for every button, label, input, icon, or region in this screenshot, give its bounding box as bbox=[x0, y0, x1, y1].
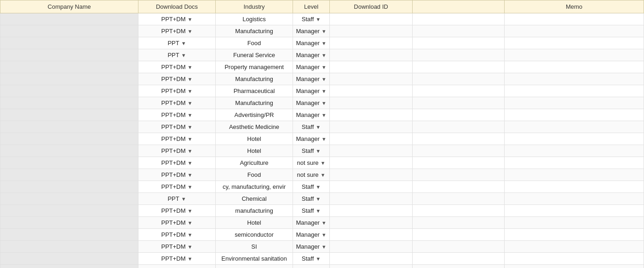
dropdown-arrow-icon[interactable]: ▼ bbox=[188, 232, 193, 238]
cell-download-docs[interactable]: PPT+DM▼ bbox=[138, 109, 216, 121]
cell-download-id bbox=[330, 169, 413, 181]
dropdown-arrow-icon[interactable]: ▼ bbox=[188, 17, 193, 22]
level-dropdown-arrow-icon[interactable]: ▼ bbox=[316, 124, 321, 130]
dropdown-arrow-icon[interactable]: ▼ bbox=[188, 64, 193, 70]
cell-download-docs[interactable]: PPT+DM▼ bbox=[138, 73, 216, 85]
cell-company bbox=[0, 193, 138, 205]
cell-level[interactable]: Manager▼ bbox=[293, 241, 330, 253]
level-dropdown-arrow-icon[interactable]: ▼ bbox=[322, 244, 327, 250]
cell-level[interactable]: Staff▼ bbox=[293, 205, 330, 217]
dropdown-arrow-icon[interactable]: ▼ bbox=[188, 208, 193, 214]
cell-memo bbox=[505, 145, 644, 157]
level-dropdown-arrow-icon[interactable]: ▼ bbox=[322, 100, 327, 106]
cell-download-docs[interactable]: PPT+DM▼ bbox=[138, 229, 216, 241]
cell-download-docs[interactable]: PPT+DM▼ bbox=[138, 169, 216, 181]
dropdown-arrow-icon[interactable]: ▼ bbox=[188, 112, 193, 118]
cell-download-docs[interactable]: PPT+DM▼ bbox=[138, 241, 216, 253]
cell-download-docs[interactable]: PPT+DM▼ bbox=[138, 61, 216, 73]
cell-download-docs[interactable]: PPT+DM▼ bbox=[138, 133, 216, 145]
cell-download-docs[interactable]: PPT+DM▼ bbox=[138, 25, 216, 37]
cell-download-docs[interactable]: PPT+DM▼ bbox=[138, 217, 216, 229]
cell-level[interactable]: Manager▼ bbox=[293, 229, 330, 241]
level-dropdown-arrow-icon[interactable]: ▼ bbox=[322, 29, 327, 34]
cell-download-id bbox=[330, 229, 413, 241]
dropdown-arrow-icon[interactable]: ▼ bbox=[188, 29, 193, 34]
level-dropdown-arrow-icon[interactable]: ▼ bbox=[316, 184, 321, 190]
dropdown-arrow-icon[interactable]: ▼ bbox=[188, 148, 193, 154]
dropdown-arrow-icon[interactable]: ▼ bbox=[188, 100, 193, 106]
cell-download-docs[interactable]: PPT+DM▼ bbox=[138, 121, 216, 133]
cell-level[interactable]: Manager▼ bbox=[293, 109, 330, 121]
cell-level[interactable]: Staff▼ bbox=[293, 145, 330, 157]
level-dropdown-arrow-icon[interactable]: ▼ bbox=[322, 220, 327, 226]
dropdown-arrow-icon[interactable]: ▼ bbox=[181, 41, 186, 46]
cell-level[interactable]: Manager▼ bbox=[293, 97, 330, 109]
level-dropdown-arrow-icon[interactable]: ▼ bbox=[322, 88, 327, 94]
cell-download-docs[interactable]: PPT+DM▼ bbox=[138, 253, 216, 265]
cell-level[interactable]: Staff▼ bbox=[293, 265, 330, 268]
header-level: Level bbox=[293, 0, 330, 13]
cell-download-docs[interactable]: PPT+DM▼ bbox=[138, 181, 216, 193]
cell-level[interactable]: Staff▼ bbox=[293, 13, 330, 25]
cell-level[interactable]: Manager▼ bbox=[293, 25, 330, 37]
cell-level[interactable]: Staff▼ bbox=[293, 121, 330, 133]
cell-download-docs[interactable]: PPT▼ bbox=[138, 49, 216, 61]
level-dropdown-arrow-icon[interactable]: ▼ bbox=[316, 256, 321, 262]
level-dropdown-arrow-icon[interactable]: ▼ bbox=[316, 208, 321, 214]
cell-level[interactable]: not sure▼ bbox=[293, 169, 330, 181]
cell-level[interactable]: Manager▼ bbox=[293, 37, 330, 49]
cell-level[interactable]: Manager▼ bbox=[293, 133, 330, 145]
dropdown-arrow-icon[interactable]: ▼ bbox=[181, 52, 186, 58]
cell-level[interactable]: Staff▼ bbox=[293, 253, 330, 265]
cell-download-docs[interactable]: PPT+DM▼ bbox=[138, 205, 216, 217]
cell-empty bbox=[413, 193, 505, 205]
level-dropdown-arrow-icon[interactable]: ▼ bbox=[321, 160, 326, 166]
level-dropdown-arrow-icon[interactable]: ▼ bbox=[322, 232, 327, 238]
dropdown-arrow-icon[interactable]: ▼ bbox=[188, 256, 193, 262]
dropdown-arrow-icon[interactable]: ▼ bbox=[188, 124, 193, 130]
dropdown-arrow-icon[interactable]: ▼ bbox=[188, 184, 193, 190]
dropdown-arrow-icon[interactable]: ▼ bbox=[188, 88, 193, 94]
dropdown-arrow-icon[interactable]: ▼ bbox=[188, 220, 193, 226]
download-docs-value: PPT+DM bbox=[161, 99, 186, 106]
level-dropdown-arrow-icon[interactable]: ▼ bbox=[321, 172, 326, 178]
dropdown-arrow-icon[interactable]: ▼ bbox=[188, 76, 193, 82]
level-dropdown-arrow-icon[interactable]: ▼ bbox=[322, 136, 327, 142]
cell-level[interactable]: Staff▼ bbox=[293, 193, 330, 205]
cell-empty bbox=[413, 265, 505, 268]
cell-download-docs[interactable]: PPT▼ bbox=[138, 193, 216, 205]
level-dropdown-arrow-icon[interactable]: ▼ bbox=[322, 112, 327, 118]
level-dropdown-arrow-icon[interactable]: ▼ bbox=[322, 76, 327, 82]
cell-level[interactable]: not sure▼ bbox=[293, 157, 330, 169]
cell-level[interactable]: Manager▼ bbox=[293, 217, 330, 229]
cell-memo bbox=[505, 109, 644, 121]
cell-download-docs[interactable]: PPT+DM▼ bbox=[138, 13, 216, 25]
cell-level[interactable]: Manager▼ bbox=[293, 49, 330, 61]
cell-level[interactable]: Manager▼ bbox=[293, 73, 330, 85]
level-dropdown-arrow-icon[interactable]: ▼ bbox=[322, 52, 327, 58]
cell-download-docs[interactable]: PPT+DM▼ bbox=[138, 157, 216, 169]
cell-company bbox=[0, 157, 138, 169]
level-dropdown-arrow-icon[interactable]: ▼ bbox=[316, 17, 321, 22]
level-dropdown-arrow-icon[interactable]: ▼ bbox=[322, 41, 327, 46]
cell-level[interactable]: Manager▼ bbox=[293, 85, 330, 97]
cell-level[interactable]: Manager▼ bbox=[293, 61, 330, 73]
level-dropdown-arrow-icon[interactable]: ▼ bbox=[322, 64, 327, 70]
cell-download-docs[interactable]: PPT+DM▼ bbox=[138, 145, 216, 157]
cell-download-docs[interactable]: PPT+DM▼ bbox=[138, 85, 216, 97]
cell-empty bbox=[413, 25, 505, 37]
cell-download-id bbox=[330, 37, 413, 49]
dropdown-arrow-icon[interactable]: ▼ bbox=[181, 196, 186, 202]
dropdown-arrow-icon[interactable]: ▼ bbox=[188, 160, 193, 166]
level-dropdown-arrow-icon[interactable]: ▼ bbox=[316, 148, 321, 154]
cell-download-docs[interactable]: PPT▼ bbox=[138, 37, 216, 49]
dropdown-arrow-icon[interactable]: ▼ bbox=[188, 136, 193, 142]
cell-level[interactable]: Staff▼ bbox=[293, 181, 330, 193]
dropdown-arrow-icon[interactable]: ▼ bbox=[188, 244, 193, 250]
cell-download-docs[interactable]: PPT+DM▼ bbox=[138, 97, 216, 109]
cell-download-docs[interactable]: PPT+DM▼ bbox=[138, 265, 216, 268]
cell-memo bbox=[505, 49, 644, 61]
dropdown-arrow-icon[interactable]: ▼ bbox=[188, 172, 193, 178]
cell-industry: Logistics bbox=[216, 13, 293, 25]
level-dropdown-arrow-icon[interactable]: ▼ bbox=[316, 196, 321, 202]
